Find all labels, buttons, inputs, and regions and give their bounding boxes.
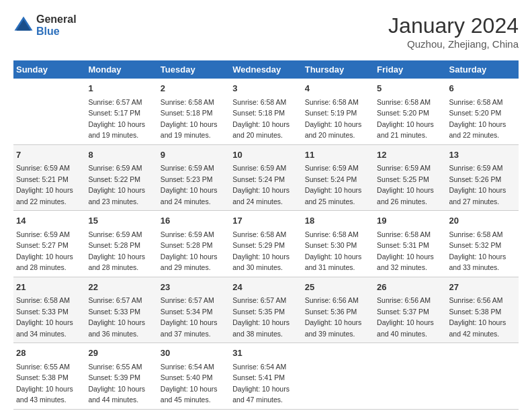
day-info: Sunrise: 6:56 AMSunset: 5:38 PMDaylight:… [449,296,506,338]
day-info: Sunrise: 6:58 AMSunset: 5:18 PMDaylight:… [161,98,218,140]
day-info: Sunrise: 6:59 AMSunset: 5:24 PMDaylight:… [305,164,362,205]
day-info: Sunrise: 6:57 AMSunset: 5:17 PMDaylight:… [88,98,145,140]
day-cell: 30Sunrise: 6:54 AMSunset: 5:40 PMDayligh… [158,343,230,410]
month-title: January 2024 [388,13,519,38]
day-cell: 1Sunrise: 6:57 AMSunset: 5:17 PMDaylight… [85,79,157,144]
day-cell: 19Sunrise: 6:58 AMSunset: 5:31 PMDayligh… [374,211,446,277]
day-number: 3 [232,82,299,95]
day-cell: 10Sunrise: 6:59 AMSunset: 5:24 PMDayligh… [230,144,302,211]
day-cell: 7Sunrise: 6:59 AMSunset: 5:21 PMDaylight… [13,144,85,211]
day-cell: 18Sunrise: 6:58 AMSunset: 5:30 PMDayligh… [302,211,374,277]
weekday-header-sunday: Sunday [13,60,85,79]
day-info: Sunrise: 6:55 AMSunset: 5:38 PMDaylight:… [16,363,73,404]
day-info: Sunrise: 6:56 AMSunset: 5:37 PMDaylight:… [377,296,434,338]
day-info: Sunrise: 6:58 AMSunset: 5:18 PMDaylight:… [232,98,290,140]
day-info: Sunrise: 6:57 AMSunset: 5:35 PMDaylight:… [232,296,290,338]
day-number: 15 [88,214,154,228]
day-cell: 25Sunrise: 6:56 AMSunset: 5:36 PMDayligh… [302,277,374,343]
day-cell: 15Sunrise: 6:59 AMSunset: 5:28 PMDayligh… [85,211,157,277]
day-number: 11 [305,148,371,162]
day-number: 8 [88,148,154,162]
day-number: 13 [449,148,516,162]
logo-general: General [36,13,77,26]
day-info: Sunrise: 6:57 AMSunset: 5:33 PMDaylight:… [88,296,145,338]
day-number: 28 [16,347,83,360]
week-row-5: 28Sunrise: 6:55 AMSunset: 5:38 PMDayligh… [13,343,519,410]
logo: General Blue [13,13,77,37]
day-cell: 11Sunrise: 6:59 AMSunset: 5:24 PMDayligh… [302,144,374,211]
day-number: 6 [449,82,516,95]
day-number: 14 [16,214,83,228]
logo-blue: Blue [36,26,77,38]
day-cell: 17Sunrise: 6:58 AMSunset: 5:29 PMDayligh… [230,211,302,277]
day-number: 12 [377,148,443,162]
day-number: 1 [88,82,154,95]
day-info: Sunrise: 6:59 AMSunset: 5:28 PMDaylight:… [88,230,145,272]
page-header: General Blue January 2024 Quzhou, Zhejia… [13,13,519,50]
weekday-header-saturday: Saturday [447,60,519,79]
day-number: 22 [88,281,154,294]
day-number: 2 [161,82,227,95]
day-info: Sunrise: 6:59 AMSunset: 5:21 PMDaylight:… [16,164,73,205]
weekday-header-tuesday: Tuesday [158,60,230,79]
day-number: 5 [377,82,443,95]
day-number: 19 [377,214,443,228]
day-info: Sunrise: 6:58 AMSunset: 5:30 PMDaylight:… [305,230,362,272]
day-cell: 8Sunrise: 6:59 AMSunset: 5:22 PMDaylight… [85,144,157,211]
day-cell: 16Sunrise: 6:59 AMSunset: 5:28 PMDayligh… [158,211,230,277]
day-cell: 24Sunrise: 6:57 AMSunset: 5:35 PMDayligh… [230,277,302,343]
weekday-header-friday: Friday [374,60,446,79]
day-cell: 5Sunrise: 6:58 AMSunset: 5:20 PMDaylight… [374,79,446,144]
day-cell: 21Sunrise: 6:58 AMSunset: 5:33 PMDayligh… [13,277,85,343]
day-number: 25 [305,281,371,294]
day-info: Sunrise: 6:59 AMSunset: 5:26 PMDaylight:… [449,164,506,205]
day-cell: 27Sunrise: 6:56 AMSunset: 5:38 PMDayligh… [447,277,519,343]
week-row-3: 14Sunrise: 6:59 AMSunset: 5:27 PMDayligh… [13,211,519,277]
day-number: 30 [161,347,227,360]
day-info: Sunrise: 6:54 AMSunset: 5:40 PMDaylight:… [161,363,218,404]
day-cell: 31Sunrise: 6:54 AMSunset: 5:41 PMDayligh… [230,343,302,410]
day-info: Sunrise: 6:58 AMSunset: 5:20 PMDaylight:… [449,98,506,140]
day-cell: 12Sunrise: 6:59 AMSunset: 5:25 PMDayligh… [374,144,446,211]
day-number: 16 [161,214,227,228]
weekday-header-monday: Monday [85,60,157,79]
day-info: Sunrise: 6:56 AMSunset: 5:36 PMDaylight:… [305,296,362,338]
day-number: 26 [377,281,443,294]
day-info: Sunrise: 6:58 AMSunset: 5:33 PMDaylight:… [16,296,73,338]
day-number: 10 [232,148,299,162]
weekday-header-wednesday: Wednesday [230,60,302,79]
day-info: Sunrise: 6:58 AMSunset: 5:32 PMDaylight:… [449,230,506,272]
day-number: 7 [16,148,83,162]
day-info: Sunrise: 6:55 AMSunset: 5:39 PMDaylight:… [88,363,145,404]
day-info: Sunrise: 6:58 AMSunset: 5:29 PMDaylight:… [232,230,290,272]
week-row-4: 21Sunrise: 6:58 AMSunset: 5:33 PMDayligh… [13,277,519,343]
day-info: Sunrise: 6:58 AMSunset: 5:31 PMDaylight:… [377,230,434,272]
day-info: Sunrise: 6:59 AMSunset: 5:25 PMDaylight:… [377,164,434,205]
day-cell: 26Sunrise: 6:56 AMSunset: 5:37 PMDayligh… [374,277,446,343]
day-number: 24 [232,281,299,294]
day-cell: 2Sunrise: 6:58 AMSunset: 5:18 PMDaylight… [158,79,230,144]
day-info: Sunrise: 6:59 AMSunset: 5:23 PMDaylight:… [161,164,218,205]
weekday-header-thursday: Thursday [302,60,374,79]
day-cell [374,343,446,410]
day-cell: 20Sunrise: 6:58 AMSunset: 5:32 PMDayligh… [447,211,519,277]
weekday-header-row: SundayMondayTuesdayWednesdayThursdayFrid… [13,60,519,79]
day-cell: 29Sunrise: 6:55 AMSunset: 5:39 PMDayligh… [85,343,157,410]
day-cell: 6Sunrise: 6:58 AMSunset: 5:20 PMDaylight… [447,79,519,144]
day-info: Sunrise: 6:54 AMSunset: 5:41 PMDaylight:… [232,363,290,404]
day-number: 4 [305,82,371,95]
day-cell: 4Sunrise: 6:58 AMSunset: 5:19 PMDaylight… [302,79,374,144]
day-cell [302,343,374,410]
day-number: 9 [161,148,227,162]
day-cell: 22Sunrise: 6:57 AMSunset: 5:33 PMDayligh… [85,277,157,343]
day-info: Sunrise: 6:59 AMSunset: 5:27 PMDaylight:… [16,230,73,272]
week-row-2: 7Sunrise: 6:59 AMSunset: 5:21 PMDaylight… [13,144,519,211]
day-info: Sunrise: 6:59 AMSunset: 5:28 PMDaylight:… [161,230,218,272]
day-cell: 3Sunrise: 6:58 AMSunset: 5:18 PMDaylight… [230,79,302,144]
day-number: 20 [449,214,516,228]
day-info: Sunrise: 6:59 AMSunset: 5:22 PMDaylight:… [88,164,145,205]
week-row-1: 1Sunrise: 6:57 AMSunset: 5:17 PMDaylight… [13,79,519,144]
day-cell: 13Sunrise: 6:59 AMSunset: 5:26 PMDayligh… [447,144,519,211]
day-info: Sunrise: 6:58 AMSunset: 5:20 PMDaylight:… [377,98,434,140]
day-number: 31 [232,347,299,360]
